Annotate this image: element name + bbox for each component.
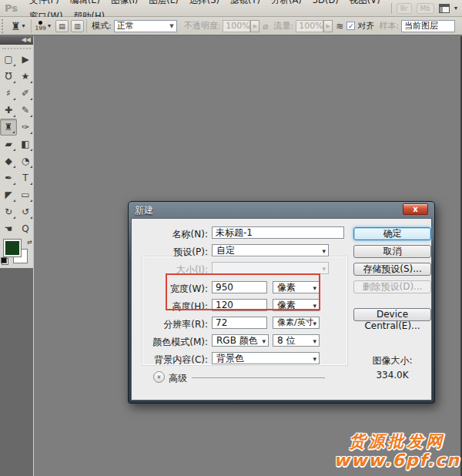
save-preset-button[interactable]: 存储预设(S)... [353,263,431,276]
resolution-unit-select[interactable]: 像素/英寸 [273,317,320,329]
rectangular-marquee-icon: ▢ [4,54,12,65]
tool-gradient[interactable]: ◧ [17,136,34,153]
default-colors-icon[interactable] [2,258,8,265]
tool-3d-orbit[interactable]: ↺ [17,203,34,220]
ok-button[interactable]: 确定 [353,227,431,240]
divider [391,3,392,14]
menu-item-edit[interactable]: 编辑(E) [65,0,105,5]
active-tool-preset[interactable]: ♜ ▾ [8,20,28,32]
tool-move[interactable]: ▶ [17,51,34,68]
launch-bridge-button[interactable]: Br [397,3,412,14]
dialog-body: 名称(N): 未标题-1 预设(P): 自定 大小(I): 宽度(W): 950… [131,218,432,401]
opacity-label: 不透明度: [182,20,223,32]
3d-rotate-icon: ↻ [5,206,12,217]
clone-stamp-icon: ♜ [5,122,13,132]
photoshop-window: Ps 文件(F)编辑(E)图像(I)图层(L)选择(S)滤镜(T)分析(A)3D… [0,0,462,476]
tool-brush[interactable]: ✎ [17,102,34,119]
mode-select[interactable]: 正常 ▼ [114,20,177,32]
options-bar-grip[interactable] [2,19,5,33]
tool-eraser[interactable]: ▰ [0,136,17,153]
advanced-toggle-button[interactable]: « [153,371,165,383]
tool-shape[interactable]: ▭ [17,186,34,203]
tool-healing-brush[interactable]: ✚ [0,102,17,119]
healing-brush-icon: ✚ [5,105,12,116]
launch-minibridge-button[interactable]: Mb [417,3,434,14]
tool-eyedropper[interactable]: ✐ [17,85,34,102]
tool-blur[interactable]: ◆ [0,153,17,169]
tool-clone-stamp[interactable]: ♜ [0,119,17,136]
tool-type[interactable]: T [17,169,34,186]
zoom-icon: Q [22,223,28,234]
name-label: 名称(N): [132,228,208,241]
toggle-clone-source-panel-button[interactable]: ▥ [71,20,84,32]
new-document-dialog: 新建 x 名称(N): 未标题-1 预设(P): 自定 大小(I): 宽度(W)… [128,201,435,404]
menu-item-filter[interactable]: 滤镜(T) [225,0,266,5]
clone-stamp-icon: ♜ [11,20,21,32]
menu-item-image[interactable]: 图像(I) [105,0,143,5]
color-mode-select[interactable]: RGB 颜色 [212,334,269,347]
tool-lasso[interactable]: ℧ [0,68,17,85]
menu-item-analysis[interactable]: 分析(A) [266,0,307,5]
opacity-slider-button: ▶ [250,20,259,32]
workspace-icon[interactable] [439,4,450,13]
airbrush-icon[interactable]: ≋ [333,21,346,32]
menu-item-file[interactable]: 文件(F) [24,0,65,5]
preset-select[interactable]: 自定 [212,244,329,256]
brush-icon: ✎ [22,105,29,116]
image-size-value: 334.0K [353,370,431,380]
dropdown-arrow-icon: ▼ [166,23,173,29]
bit-depth-select[interactable]: 8 位 [273,334,320,347]
red-annotation-rectangle [166,273,320,310]
blur-icon: ◆ [5,156,12,166]
tool-hand[interactable]: ☚ [0,220,17,237]
eraser-icon: ▰ [5,139,12,149]
sample-select[interactable]: 当前图层 [401,20,455,32]
tool-history-brush[interactable]: ✑ [17,119,34,136]
advanced-divider [192,377,325,378]
menu-item-view[interactable]: 视图(V) [344,0,386,5]
brush-picker-dropdown-arrow[interactable]: ▾ [48,22,51,29]
cancel-button[interactable]: 取消 [353,245,431,258]
tool-rectangular-marquee[interactable]: ▢ [0,51,17,68]
tool-panel-collapse-button[interactable]: ◀◀ [0,36,33,45]
watermark: 货源批发网 www.6pf.cn [334,432,460,470]
tool-crop[interactable]: ♯ [0,85,17,102]
tool-zoom[interactable]: Q [17,220,34,237]
tool-path-selection[interactable]: ◤ [0,186,17,203]
tool-pen[interactable]: ✒ [0,169,17,186]
tool-3d-rotate[interactable]: ↻ [0,203,17,220]
toggle-brushes-panel-button[interactable]: ▤ [55,20,69,32]
mode-label: 模式: [89,20,114,32]
tool-dodge[interactable]: ◔ [17,153,34,169]
menu-item-3d[interactable]: 3D(D) [307,0,344,5]
menu-item-layer[interactable]: 图层(L) [143,0,183,5]
background-contents-label: 背景内容(C): [132,354,208,367]
foreground-color-swatch[interactable] [4,240,21,256]
tool-preset-dropdown-arrow[interactable]: ▾ [22,22,25,29]
device-central-button[interactable]: Device Central(E)... [353,308,431,321]
flow-field: 100% [296,20,323,32]
align-checkbox[interactable]: ✓ [346,22,355,30]
close-button[interactable]: x [403,203,428,215]
workspace-dropdown-arrow[interactable]: ▾ [454,5,457,12]
image-size-label: 图像大小: [353,354,431,367]
sample-value: 当前图层 [404,20,438,32]
tool-panel-grip[interactable] [2,45,31,49]
tool-panel: ◀◀ ▢▶℧★♯✐✚✎♜✑▰◧◆◔✒T◤▭↻↺☚Q ⇄ [0,36,34,268]
resolution-input[interactable]: 72 [212,317,267,329]
pen-icon: ✒ [5,173,12,183]
tool-magic-wand[interactable]: ★ [17,68,34,85]
name-input[interactable]: 未标题-1 [212,226,344,239]
history-brush-icon: ✑ [22,122,29,132]
path-selection-icon: ◤ [5,189,12,200]
hand-icon: ☚ [5,223,13,234]
bit-depth-value: 8 位 [277,335,295,346]
preset-value: 自定 [216,245,235,256]
chevron-down-icon: « [154,375,164,380]
brush-size-value: 199 [35,25,46,32]
brush-preset-picker[interactable]: 199 [34,21,48,32]
menu-item-select[interactable]: 选择(S) [184,0,225,5]
advanced-label: 高级 [169,372,187,385]
background-contents-select[interactable]: 背景色 [212,352,320,364]
swap-colors-icon[interactable]: ⇄ [27,239,32,246]
